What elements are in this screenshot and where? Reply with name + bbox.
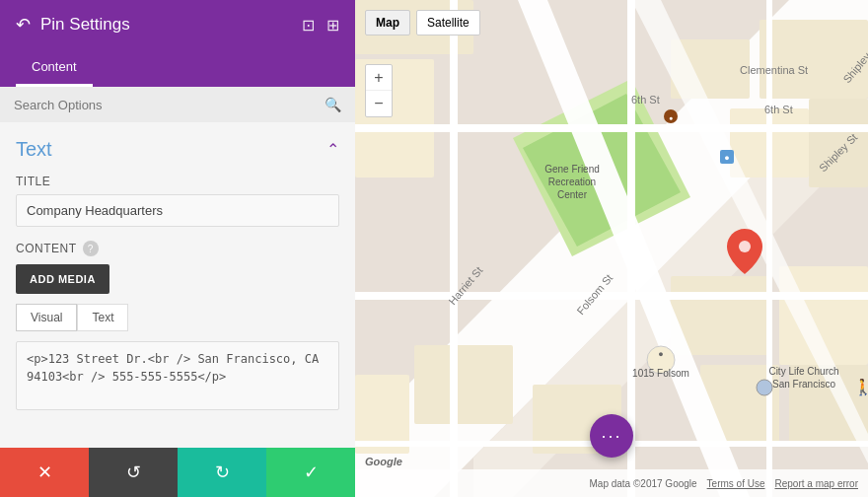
- back-arrow-icon[interactable]: ↶: [16, 14, 31, 36]
- svg-point-48: [739, 241, 751, 252]
- svg-text:1015 Folsom: 1015 Folsom: [632, 368, 689, 379]
- content-field-label: Content: [16, 242, 77, 255]
- redo-button[interactable]: ↻: [178, 448, 266, 497]
- text-section-header: Text ⌃: [16, 138, 339, 161]
- map-type-controls: Map Satellite: [365, 10, 480, 36]
- search-bar: 🔍: [0, 87, 355, 122]
- svg-text:●: ●: [658, 349, 663, 359]
- svg-text:🚶: 🚶: [853, 378, 868, 396]
- map-type-satellite-button[interactable]: Satellite: [416, 10, 480, 36]
- svg-text:Gene Friend: Gene Friend: [544, 164, 600, 175]
- zoom-in-button[interactable]: +: [366, 65, 392, 91]
- map-footer: Map data ©2017 Google Terms of Use Repor…: [355, 469, 868, 497]
- svg-rect-6: [760, 20, 868, 99]
- svg-text:Clementina St: Clementina St: [740, 64, 808, 76]
- google-logo: Google: [365, 456, 402, 467]
- tab-content[interactable]: Content: [16, 49, 93, 87]
- svg-text:●: ●: [724, 153, 729, 163]
- grid-icon[interactable]: ⊞: [326, 16, 339, 35]
- content-label-row: Content ?: [16, 241, 339, 256]
- bottom-toolbar: ✕ ↺ ↻ ✓: [0, 448, 355, 497]
- map-type-map-button[interactable]: Map: [365, 10, 410, 36]
- svg-text:City Life Church: City Life Church: [768, 366, 838, 377]
- svg-text:●: ●: [669, 114, 673, 121]
- collapse-icon[interactable]: ⌃: [326, 140, 339, 159]
- map-area: Shipley St Clementina St Folsom St Harri…: [355, 0, 868, 497]
- title-field-label: Title: [16, 175, 339, 188]
- save-button[interactable]: ✓: [266, 448, 355, 497]
- panel-content: Text ⌃ Title Content ? ADD MEDIA Visual …: [0, 122, 355, 448]
- search-icon: 🔍: [325, 97, 341, 112]
- svg-text:6th St: 6th St: [764, 104, 793, 115]
- panel-header: ↶ Pin Settings ⊡ ⊞: [0, 0, 355, 49]
- search-input[interactable]: [14, 98, 325, 112]
- cancel-button[interactable]: ✕: [0, 448, 89, 497]
- panel-title: Pin Settings: [40, 15, 130, 35]
- fab-button[interactable]: ···: [590, 414, 633, 458]
- tab-visual[interactable]: Visual: [16, 304, 77, 331]
- terms-link[interactable]: Terms of Use: [707, 478, 765, 489]
- content-textarea[interactable]: <p>123 Street Dr.<br /> San Francisco, C…: [16, 341, 339, 410]
- svg-text:6th St: 6th St: [631, 94, 660, 106]
- svg-text:Recreation: Recreation: [548, 177, 596, 187]
- tab-text[interactable]: Text: [77, 304, 128, 331]
- title-input[interactable]: [16, 194, 339, 227]
- map-data-label: Map data ©2017 Google: [589, 478, 696, 489]
- svg-rect-13: [414, 345, 513, 424]
- left-panel: ↶ Pin Settings ⊡ ⊞ Content 🔍 Text ⌃ Titl…: [0, 0, 355, 497]
- editor-tabs: Visual Text: [16, 304, 339, 331]
- help-icon[interactable]: ?: [83, 241, 99, 256]
- zoom-out-button[interactable]: −: [366, 91, 392, 116]
- report-link[interactable]: Report a map error: [775, 478, 858, 489]
- header-icons: ⊡ ⊞: [302, 16, 339, 35]
- header-left: ↶ Pin Settings: [16, 14, 130, 36]
- zoom-controls: + −: [365, 64, 393, 117]
- fullscreen-icon[interactable]: ⊡: [302, 16, 315, 35]
- svg-text:San Francisco: San Francisco: [772, 379, 835, 390]
- add-media-button[interactable]: ADD MEDIA: [16, 264, 109, 294]
- tabs-bar: Content: [0, 49, 355, 87]
- svg-text:Center: Center: [557, 189, 588, 200]
- undo-button[interactable]: ↺: [89, 448, 178, 497]
- section-title: Text: [16, 138, 52, 161]
- svg-point-41: [757, 380, 772, 395]
